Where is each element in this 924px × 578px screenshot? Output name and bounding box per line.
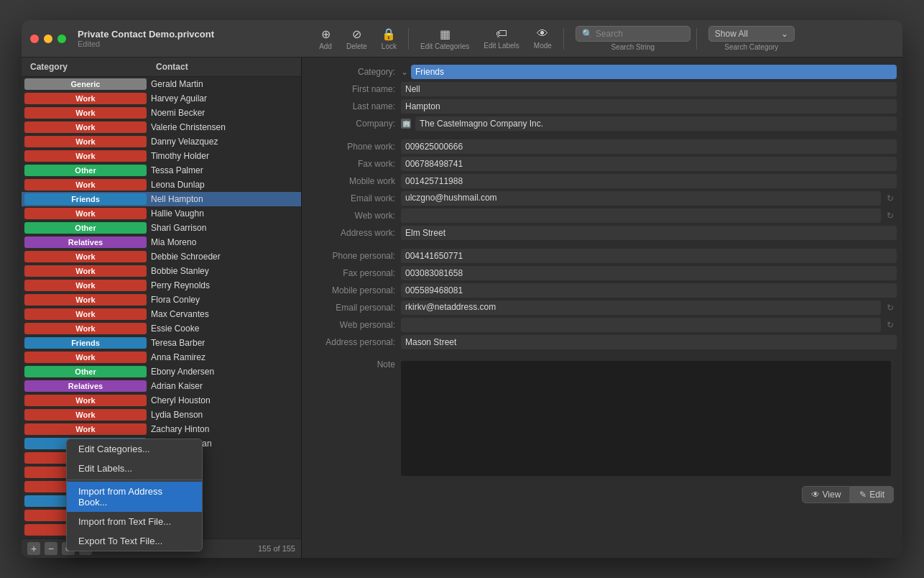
contact-row[interactable]: WorkHallie Vaughn — [22, 206, 301, 221]
contact-row[interactable]: WorkHarvey Aguilar — [22, 91, 301, 106]
view-button[interactable]: 👁 View — [802, 486, 851, 503]
contact-row[interactable]: WorkLydia Benson — [22, 408, 301, 422]
web-work-refresh-icon[interactable]: ↻ — [884, 209, 897, 222]
edit-labels-button[interactable]: 🏷 Edit Labels — [478, 24, 525, 52]
contact-row[interactable]: OtherTessa Palmer — [22, 163, 301, 178]
contact-row[interactable]: WorkEssie Cooke — [22, 321, 301, 336]
maximize-button[interactable] — [57, 35, 66, 43]
category-badge: Work — [24, 208, 147, 219]
category-badge: Work — [24, 251, 147, 262]
menu-edit-labels[interactable]: Edit Labels... — [67, 459, 202, 478]
contact-row[interactable]: OtherShari Garrison — [22, 221, 301, 235]
contact-row[interactable]: WorkFlora Conley — [22, 293, 301, 307]
fax-personal-value[interactable]: 003083081658 — [401, 266, 897, 280]
edit-button[interactable]: ✎ Edit — [850, 486, 894, 503]
category-value[interactable]: Friends — [411, 65, 897, 79]
search-string-label: Search String — [611, 43, 655, 51]
mobile-personal-label: Mobile personal: — [308, 285, 401, 295]
contact-row[interactable]: WorkAnna Ramirez — [22, 350, 301, 364]
menu-import-address-book[interactable]: Import from Address Book... — [67, 482, 202, 512]
web-work-value[interactable] — [401, 208, 881, 223]
contact-row[interactable]: RelativesAdrian Kaiser — [22, 379, 301, 393]
contact-row[interactable]: WorkLeona Dunlap — [22, 178, 301, 192]
mobile-personal-value[interactable]: 005589468081 — [401, 283, 897, 298]
contact-name: Teresa Barber — [151, 338, 205, 348]
minimize-button[interactable] — [44, 35, 52, 43]
email-work-row: Email work: ulczgno@hushmail.com ↻ — [302, 190, 902, 207]
contact-row[interactable]: WorkDebbie Schroeder — [22, 249, 301, 264]
web-personal-refresh-icon[interactable]: ↻ — [884, 318, 897, 331]
phone-personal-value[interactable]: 004141650771 — [401, 249, 897, 263]
email-personal-row: Email personal: rkirkv@netaddress.com ↻ — [302, 299, 902, 316]
contact-row[interactable]: WorkMax Cervantes — [22, 307, 301, 321]
contact-count: 155 of 155 — [258, 544, 295, 553]
contact-row[interactable]: WorkNoemi Becker — [22, 106, 301, 120]
contact-row[interactable]: WorkBobbie Stanley — [22, 264, 301, 278]
contact-name: Leona Dunlap — [151, 180, 205, 190]
menu-export-text-file[interactable]: Export To Text File... — [67, 531, 202, 551]
contact-row[interactable]: RelativesMia Moreno — [22, 235, 301, 249]
remove-contact-button[interactable]: − — [45, 542, 57, 555]
menu-import-text-file[interactable]: Import from Text File... — [67, 512, 202, 531]
category-badge: Work — [24, 323, 147, 334]
menu-edit-categories[interactable]: Edit Categories... — [67, 439, 202, 459]
spacer-1 — [302, 132, 902, 138]
close-button[interactable] — [30, 35, 39, 43]
email-personal-refresh-icon[interactable]: ↻ — [884, 301, 897, 314]
email-personal-value[interactable]: rkirkv@netaddress.com — [401, 301, 881, 315]
window-subtitle: Edited — [78, 40, 214, 48]
edit-categories-button[interactable]: ▦ Edit Categories — [415, 24, 475, 53]
edit-labels-icon: 🏷 — [496, 27, 507, 40]
list-footer: + − ⚙ ⌄ 155 of 155 Edit Categories... Ed… — [22, 538, 301, 558]
mobile-work-value[interactable]: 001425711988 — [401, 174, 897, 188]
first-name-value[interactable]: Nell — [401, 82, 897, 96]
search-category-area: Show All ⌄ Search Category — [708, 26, 795, 51]
edit-icon: ✎ — [859, 490, 867, 500]
address-personal-label: Address personal: — [308, 337, 401, 347]
edit-labels-label: Edit Labels — [484, 42, 519, 50]
category-field-label: Category: — [308, 67, 401, 77]
contact-row[interactable]: FriendsNell Hampton — [22, 192, 301, 206]
company-value[interactable]: The Castelmagno Company Inc. — [415, 116, 897, 131]
show-all-dropdown[interactable]: Show All ⌄ — [708, 26, 795, 42]
toolbar-separator-2 — [563, 28, 564, 50]
contact-row[interactable]: FriendsTeresa Barber — [22, 336, 301, 350]
lock-button[interactable]: 🔒 Lock — [376, 24, 402, 53]
contact-row[interactable]: WorkZachary Hinton — [22, 422, 301, 436]
delete-label: Delete — [346, 42, 367, 50]
list-header: Category Contact — [22, 58, 301, 77]
address-work-value[interactable]: Elm Street — [401, 226, 897, 240]
contact-row[interactable]: GenericGerald Martin — [22, 77, 301, 91]
contact-column-header: Contact — [156, 62, 292, 72]
search-box[interactable]: 🔍 Search — [576, 26, 690, 42]
email-work-value[interactable]: ulczgno@hushmail.com — [401, 191, 881, 206]
add-contact-button[interactable]: + — [27, 542, 40, 555]
add-button[interactable]: ⊕ Add — [313, 24, 338, 53]
contact-row[interactable]: WorkPerry Reynolds — [22, 278, 301, 293]
first-name-label: First name: — [308, 84, 401, 94]
fax-work-value[interactable]: 006788498741 — [401, 157, 897, 171]
note-value[interactable] — [401, 361, 891, 476]
fax-work-row: Fax work: 006788498741 — [302, 155, 902, 173]
address-work-row: Address work: Elm Street — [302, 224, 902, 242]
last-name-value[interactable]: Hampton — [401, 99, 897, 114]
email-work-refresh-icon[interactable]: ↻ — [884, 192, 897, 205]
contact-row[interactable]: WorkTimothy Holder — [22, 149, 301, 163]
contact-row[interactable]: WorkCheryl Houston — [22, 393, 301, 408]
phone-work-value[interactable]: 009625000666 — [401, 139, 897, 154]
category-badge: Work — [24, 265, 147, 277]
delete-button[interactable]: ⊘ Delete — [341, 24, 373, 53]
mode-button[interactable]: 👁 Mode — [528, 24, 558, 52]
contact-row[interactable]: OtherEbony Andersen — [22, 364, 301, 379]
contact-row[interactable]: WorkValerie Christensen — [22, 120, 301, 134]
address-personal-value[interactable]: Mason Street — [401, 335, 897, 349]
category-badge: Generic — [24, 78, 147, 90]
titlebar: Private Contact Demo.privcont Edited ⊕ A… — [22, 20, 902, 58]
first-name-row: First name: Nell — [302, 81, 902, 98]
web-work-area: ↻ — [401, 208, 897, 223]
view-edit-bar: 👁 View ✎ Edit — [302, 480, 902, 506]
web-personal-value[interactable] — [401, 318, 881, 332]
mode-label: Mode — [534, 42, 552, 50]
contact-row[interactable]: WorkDanny Velazquez — [22, 134, 301, 149]
edit-categories-label: Edit Categories — [420, 42, 469, 50]
